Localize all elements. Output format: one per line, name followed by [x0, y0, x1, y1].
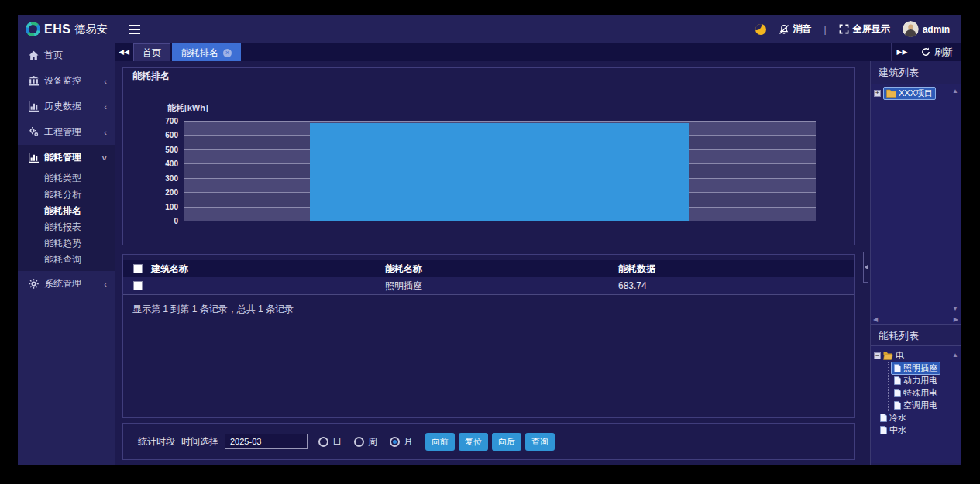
scroll-up-icon[interactable]: ▲: [952, 352, 958, 359]
energy-tree-root[interactable]: − 电: [874, 349, 961, 362]
fullscreen-label: 全屏显示: [853, 22, 890, 36]
energy-tree: − 电 照明插座动力用电特殊用电空调用电 冷水中水 ▲: [871, 346, 961, 463]
tab-bar: ◀◀ 首页 能耗排名 × ▶▶ 刷新: [115, 43, 961, 61]
chart-bar-照明插座[interactable]: [310, 123, 689, 221]
tab-actions: ▶▶ 刷新: [891, 43, 961, 61]
bell-slash-icon: [779, 24, 789, 35]
scroll-left-icon[interactable]: ◀: [873, 317, 878, 323]
sidebar-subitem[interactable]: 能耗查询: [18, 252, 115, 268]
building-tree: + XXX项目 ▲ ▼: [871, 84, 961, 315]
energy-node[interactable]: 特殊用电: [891, 386, 940, 400]
chart-y-tick-label: 200: [165, 188, 178, 197]
fullscreen-icon: [839, 24, 849, 34]
scroll-up-icon[interactable]: ▲: [952, 88, 958, 94]
energy-node-label: 照明插座: [903, 362, 937, 374]
collapse-arrow-icon: [865, 265, 868, 269]
sidebar-subitem[interactable]: 能耗排名: [18, 203, 115, 219]
brand-logo-icon: [26, 22, 40, 36]
time-controls-panel: 统计时段 时间选择 日周月 向前复位向后查询: [122, 423, 855, 460]
refresh-label: 刷新: [934, 46, 953, 59]
table-row[interactable]: 照明插座683.74: [123, 277, 854, 295]
select-all-checkbox[interactable]: [133, 264, 143, 273]
mute-button[interactable]: 消音: [779, 22, 812, 36]
radio-label: 日: [332, 435, 342, 448]
period-radio-日[interactable]: 日: [318, 435, 342, 448]
sidebar-item-3[interactable]: 工程管理‹: [18, 119, 115, 145]
sidebar-menu: 首页设备监控‹历史数据‹工程管理‹能耗管理˅能耗类型能耗分析能耗排名能耗报表能耗…: [18, 43, 115, 297]
chart-y-tick-label: 500: [165, 145, 178, 153]
energy-node[interactable]: 照明插座: [891, 362, 940, 375]
time-select-label: 时间选择: [181, 435, 218, 448]
period-radio-月[interactable]: 月: [390, 435, 413, 448]
right-panel: 建筑列表 + XXX项目 ▲ ▼ ◀ ▶ 能耗列表 −: [870, 61, 961, 465]
tabs-scroll-right-icon[interactable]: ▶▶: [891, 43, 913, 61]
building-tree-root[interactable]: + XXX项目: [871, 84, 961, 97]
chart-y-tick-label: 700: [165, 117, 178, 125]
theme-moon-icon[interactable]: [755, 24, 766, 35]
energy-mgmt-icon: [29, 153, 39, 163]
history-data-icon: [29, 101, 39, 112]
radio-circle-icon: [318, 437, 328, 447]
scroll-right-icon[interactable]: ▶: [954, 317, 958, 323]
user-menu[interactable]: admin: [903, 21, 950, 37]
building-root-node[interactable]: XXX项目: [883, 87, 936, 100]
tab-home[interactable]: 首页: [133, 43, 170, 61]
sidebar-subitem[interactable]: 能耗报表: [18, 219, 115, 235]
scroll-down-icon[interactable]: ▼: [952, 306, 958, 312]
row-checkbox[interactable]: [133, 281, 143, 290]
energy-tree-item[interactable]: 动力用电: [889, 374, 961, 386]
tab-close-icon[interactable]: ×: [223, 49, 232, 57]
sidebar-toggle-icon[interactable]: [129, 22, 140, 36]
查询-button[interactable]: 查询: [525, 433, 555, 451]
chart-y-tick-label: 400: [165, 160, 178, 168]
tabs-scroll-left-icon[interactable]: ◀◀: [115, 43, 133, 61]
energy-tree-item[interactable]: 照明插座: [889, 362, 961, 374]
sidebar-item-label: 工程管理: [44, 125, 104, 139]
mute-label: 消音: [793, 22, 812, 36]
复位-button[interactable]: 复位: [459, 433, 488, 451]
energy-tree-item[interactable]: 空调用电: [889, 399, 961, 411]
brand-logo: EHS 德易安: [18, 22, 115, 36]
fullscreen-button[interactable]: 全屏显示: [839, 22, 890, 36]
chart-y-tick-label: 0: [174, 217, 178, 225]
chevron-left-icon: ‹: [104, 128, 107, 137]
sidebar-item-label: 系统管理: [44, 277, 104, 290]
energy-node-label: 中水: [889, 424, 906, 436]
energy-tree-item[interactable]: 冷水: [880, 411, 961, 424]
energy-tree-item[interactable]: 特殊用电: [889, 386, 961, 399]
energy-root-label: 电: [896, 350, 904, 362]
sidebar-item-5[interactable]: 系统管理‹: [18, 271, 115, 297]
period-radio-周[interactable]: 周: [354, 435, 377, 448]
time-input[interactable]: [225, 434, 308, 449]
energy-list-title: 能耗列表: [871, 324, 961, 346]
username: admin: [923, 24, 950, 35]
sidebar-item-1[interactable]: 设备监控‹: [18, 68, 115, 94]
向后-button[interactable]: 向后: [492, 433, 521, 451]
app-window: EHS 德易安 消音 | 全屏显示 admin 首页设备监控‹历史数: [18, 15, 961, 465]
refresh-button[interactable]: 刷新: [913, 43, 961, 61]
period-radios: 日周月: [318, 435, 413, 448]
collapse-minus-icon[interactable]: −: [874, 352, 881, 359]
sidebar-item-4[interactable]: 能耗管理˅: [18, 145, 115, 170]
energy-node[interactable]: 动力用电: [891, 374, 940, 387]
chart-panel: 能耗排名 能耗[kWh] 0100200300400500600700: [122, 67, 855, 245]
energy-tree-item[interactable]: 中水: [880, 424, 961, 436]
expand-plus-icon[interactable]: +: [874, 90, 881, 97]
system-mgmt-icon: [29, 279, 39, 289]
energy-node-label: 空调用电: [903, 400, 937, 411]
splitter-collapse-handle[interactable]: [863, 252, 868, 283]
sidebar-item-2[interactable]: 历史数据‹: [18, 94, 115, 119]
sidebar-item-0[interactable]: 首页: [18, 43, 115, 68]
chevron-left-icon: ‹: [104, 77, 107, 86]
panel-splitter: [861, 61, 870, 465]
user-avatar: [903, 21, 919, 37]
向前-button[interactable]: 向前: [425, 433, 455, 451]
home-icon: [29, 50, 39, 60]
sidebar-subitem[interactable]: 能耗趋势: [18, 235, 115, 252]
tab-energy-ranking[interactable]: 能耗排名 ×: [172, 43, 241, 61]
energy-node[interactable]: 空调用电: [891, 399, 940, 412]
sidebar-subitem[interactable]: 能耗分析: [18, 187, 115, 203]
table-cell: 683.74: [618, 280, 854, 291]
chevron-down-icon: ˅: [102, 153, 107, 163]
sidebar-subitem[interactable]: 能耗类型: [18, 170, 115, 187]
